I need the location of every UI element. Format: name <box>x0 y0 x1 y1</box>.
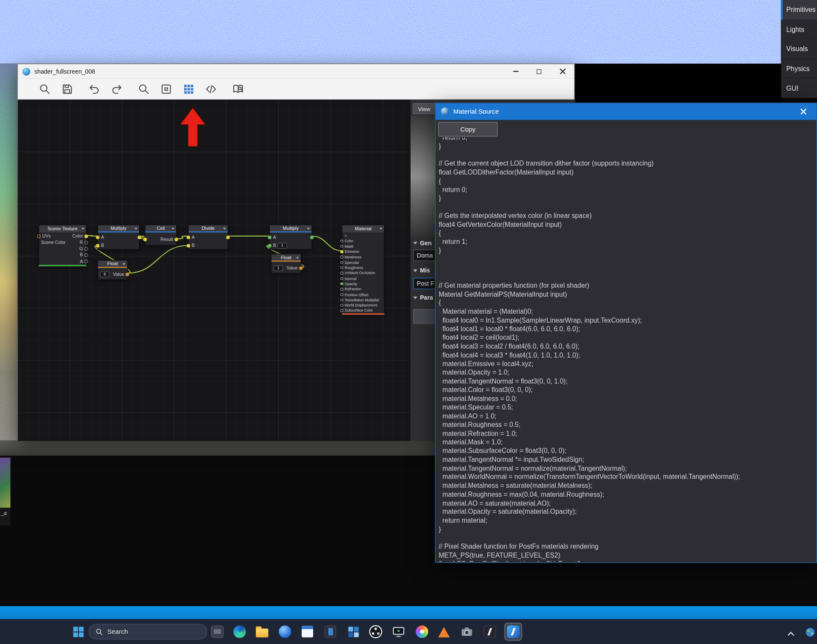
content-item-thumbnail[interactable]: _d <box>0 458 10 525</box>
node-pin[interactable] <box>340 304 343 307</box>
taskbar-edge-icon[interactable] <box>233 625 246 638</box>
node-material[interactable]: Material>ColorMaskEmissiveMetalnessSpecu… <box>342 225 384 315</box>
node-pin[interactable] <box>143 238 147 241</box>
start-button[interactable] <box>71 625 85 638</box>
taskbar-phone-link-icon[interactable] <box>323 625 337 638</box>
taskbar-cone-app-icon[interactable] <box>437 625 451 638</box>
taskbar-flax-active-app[interactable] <box>504 623 522 641</box>
node-pin[interactable] <box>340 245 343 248</box>
taskbar-grid-app-icon[interactable] <box>346 625 360 638</box>
node-pin[interactable] <box>126 272 129 276</box>
node-ceil[interactable]: CeilResult <box>145 225 177 246</box>
taskbar-window-app-icon[interactable] <box>211 625 224 638</box>
code-viewport[interactable]: return 0;} // Get the current object LOD… <box>439 137 815 562</box>
node-pin[interactable] <box>84 260 88 263</box>
toolbox-item-gui[interactable]: GUI <box>781 78 817 98</box>
node-header[interactable]: Multiply <box>98 225 139 232</box>
redo-button[interactable] <box>110 82 123 96</box>
view-button[interactable]: View <box>413 103 436 114</box>
toolbox-item-primitives[interactable]: Primitives <box>781 0 817 20</box>
center-view-button[interactable] <box>38 82 51 96</box>
node-pin[interactable] <box>84 247 88 251</box>
node-pin[interactable] <box>340 288 343 291</box>
node-pin[interactable] <box>340 282 343 285</box>
docs-button[interactable] <box>231 82 245 96</box>
node-pin[interactable] <box>340 240 343 243</box>
node-pin[interactable] <box>37 235 41 238</box>
value-box[interactable]: 6 <box>100 271 109 277</box>
node-pin[interactable] <box>340 293 343 296</box>
taskbar-camera-icon[interactable] <box>460 625 474 638</box>
code-line: material.Specular = 0.5; <box>439 404 815 412</box>
node-float-1[interactable]: Float1Value <box>271 254 301 274</box>
node-pin[interactable] <box>137 235 141 239</box>
taskbar-paint-icon[interactable] <box>415 625 429 638</box>
node-multiply-1[interactable]: MultiplyAB <box>97 225 140 250</box>
node-pin[interactable] <box>310 235 314 239</box>
taskbar-blue-app-icon[interactable] <box>278 625 292 638</box>
save-button[interactable] <box>60 82 74 96</box>
material-source-close-button[interactable] <box>796 103 811 120</box>
taskbar-search[interactable]: Search <box>89 624 207 640</box>
node-header[interactable]: Scene Texture <box>39 225 86 232</box>
undo-button[interactable] <box>88 82 101 96</box>
node-pin[interactable] <box>268 243 271 247</box>
node-pin[interactable] <box>84 240 88 244</box>
toolbox-item-lights[interactable]: Lights <box>781 20 817 39</box>
node-divide[interactable]: DivideAB <box>188 225 228 250</box>
node-pin[interactable] <box>340 277 343 280</box>
node-header[interactable]: Ceil <box>146 225 176 232</box>
node-pin[interactable] <box>340 261 343 264</box>
node-pin[interactable] <box>340 309 343 312</box>
node-pin[interactable] <box>186 235 190 239</box>
minimize-button[interactable] <box>504 64 527 79</box>
node-pin[interactable] <box>96 243 100 247</box>
node-pin[interactable] <box>340 250 343 253</box>
material-source-titlebar[interactable]: Material Source <box>436 103 817 120</box>
source-code-button[interactable] <box>204 82 218 96</box>
taskbar-flax-icon[interactable] <box>483 625 497 638</box>
code-line: return 0; <box>439 137 815 142</box>
node-header[interactable]: Multiply <box>270 225 311 232</box>
node-header[interactable]: Material <box>342 225 384 232</box>
node-pin[interactable] <box>340 272 343 275</box>
node-header[interactable]: Divide <box>189 225 228 232</box>
node-pin[interactable] <box>340 266 343 269</box>
taskbar-file-explorer-icon[interactable] <box>255 625 269 638</box>
node-pin[interactable] <box>340 298 343 301</box>
node-pin[interactable] <box>268 235 271 239</box>
node-multiply-2[interactable]: MultiplyAB1 <box>269 225 312 250</box>
node-pin[interactable] <box>84 253 88 257</box>
pin-label: Metalness <box>345 255 361 259</box>
search-button[interactable] <box>137 82 151 96</box>
node-float-6[interactable]: Float6Value <box>97 260 128 280</box>
node-pin[interactable] <box>226 235 230 239</box>
value-box[interactable]: 1 <box>277 243 287 248</box>
node-pin[interactable] <box>186 243 190 247</box>
grid-toggle-button[interactable] <box>182 82 195 96</box>
value-box[interactable]: 1 <box>274 265 283 271</box>
node-pin[interactable] <box>174 238 178 241</box>
close-button[interactable] <box>551 64 574 79</box>
pin-label: Mask <box>345 244 353 248</box>
tray-chevron-up-icon[interactable] <box>784 627 798 641</box>
node-pin[interactable] <box>84 235 88 238</box>
shader-window-titlebar[interactable]: shader_fullscreen_008 <box>18 64 574 79</box>
node-pin[interactable] <box>96 235 100 239</box>
node-pin[interactable] <box>299 266 303 270</box>
copy-button[interactable]: Copy <box>438 122 498 137</box>
fit-view-button[interactable] <box>160 82 173 96</box>
tray-network-globe-icon[interactable] <box>803 625 817 639</box>
node-header[interactable]: Float <box>271 255 301 262</box>
taskbar-display-capture-icon[interactable] <box>392 625 406 638</box>
taskbar-calendar-icon[interactable] <box>301 625 314 638</box>
maximize-button[interactable] <box>527 64 551 79</box>
node-header[interactable]: Float <box>98 260 127 268</box>
material-source-title: Material Source <box>453 108 499 115</box>
toolbox-item-visuals[interactable]: Visuals <box>781 39 817 59</box>
node-scene-texture[interactable]: Scene TextureUVsColorScene ColorRGBA <box>39 225 87 266</box>
toolbox-item-physics[interactable]: Physics <box>781 59 817 78</box>
node-pin[interactable] <box>340 256 343 259</box>
taskbar-obs-icon[interactable] <box>369 625 383 638</box>
node-canvas[interactable]: Scene TextureUVsColorScene ColorRGBAMult… <box>18 100 410 441</box>
